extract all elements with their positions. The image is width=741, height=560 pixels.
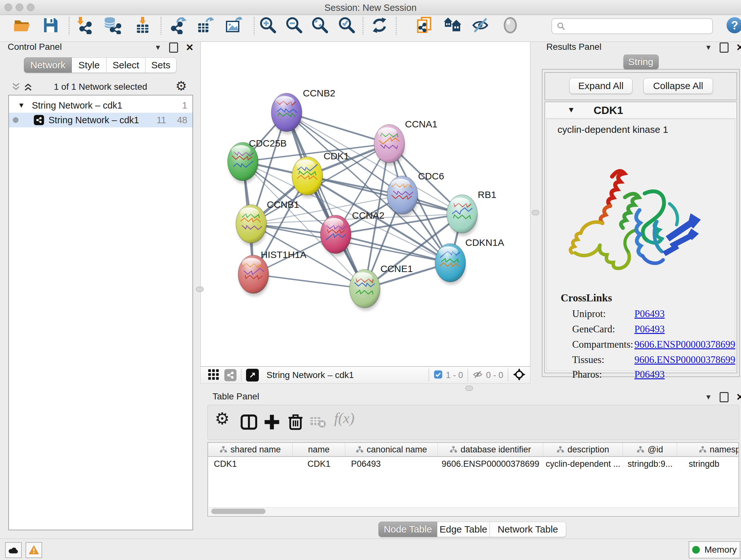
column-header[interactable]: description — [543, 443, 623, 456]
export-network-icon[interactable] — [169, 16, 187, 34]
refresh-icon[interactable] — [370, 16, 388, 34]
entry-expander-icon[interactable]: ▼ — [567, 105, 575, 114]
cloud-status-button[interactable] — [5, 542, 22, 558]
column-header[interactable]: name — [293, 443, 345, 456]
tab-edge-table[interactable]: Edge Table — [437, 522, 490, 537]
panel-float-icon[interactable] — [720, 392, 729, 402]
scrollbar-thumb[interactable] — [211, 509, 266, 514]
panel-close-icon[interactable]: ✕ — [186, 44, 194, 52]
right-splitter-handle[interactable] — [532, 210, 539, 215]
column-header[interactable]: database identifier — [438, 443, 543, 456]
tab-style[interactable]: Style — [72, 57, 107, 73]
selected-checkbox-icon[interactable] — [434, 370, 443, 380]
protein-structure-image — [564, 146, 704, 274]
network-edge-HIST1H1A-CCNE1[interactable] — [253, 274, 365, 289]
panel-collapse-icon[interactable]: ▼ — [154, 44, 161, 51]
hidden-eye-icon[interactable] — [473, 369, 483, 381]
panel-collapse-icon[interactable]: ▼ — [705, 394, 712, 401]
tab-select[interactable]: Select — [107, 57, 145, 73]
column-header[interactable]: shared name — [208, 443, 293, 456]
share-document-icon[interactable] — [415, 16, 433, 34]
tab-string[interactable]: String — [623, 55, 659, 69]
tissues-link[interactable]: 9606.ENSP00000378699 — [634, 354, 735, 366]
left-splitter-handle[interactable] — [196, 287, 204, 292]
tab-node-table[interactable]: Node Table — [379, 522, 437, 537]
hide-graphics-details-icon[interactable] — [471, 16, 489, 34]
warning-icon — [29, 545, 39, 555]
zoom-fit-icon[interactable] — [311, 16, 329, 34]
results-entry-box: ▼ CDK1 cyclin-dependent kinase 1 — [544, 102, 737, 373]
string-home-icon[interactable] — [444, 16, 461, 34]
genecard-link[interactable]: P06493 — [634, 323, 665, 335]
column-header[interactable]: @id — [623, 443, 677, 456]
view-grid-icon[interactable] — [208, 369, 219, 381]
collapse-all-button[interactable]: Collapse All — [643, 78, 713, 94]
expand-all-button[interactable]: Expand All — [569, 78, 632, 94]
crosslink-label: Uniprot: — [572, 308, 606, 320]
help-icon[interactable]: ? — [726, 16, 741, 34]
export-image-icon[interactable] — [225, 16, 243, 34]
open-session-icon[interactable] — [13, 16, 30, 34]
table-settings-gear-icon[interactable]: ⚙ — [215, 409, 234, 428]
network-share-icon[interactable] — [224, 369, 237, 381]
import-table-icon[interactable] — [134, 16, 151, 34]
compartments-link[interactable]: 9606.ENSP00000378699 — [634, 339, 735, 350]
bottom-splitter-handle[interactable] — [465, 386, 473, 391]
save-session-icon[interactable] — [42, 16, 59, 34]
memory-button[interactable]: Memory — [689, 541, 740, 558]
column-header[interactable]: namespace — [677, 443, 739, 456]
show-graphics-details-icon[interactable] — [501, 16, 519, 34]
network-canvas[interactable]: CCNB2CCNA1CDC25BCDK1CDC6RB1CCNB1CCNA2CDK… — [200, 42, 530, 367]
export-table-icon[interactable] — [196, 16, 214, 34]
delete-column-trash-icon[interactable] — [286, 413, 306, 432]
tree-expander-icon[interactable]: ▼ — [18, 101, 25, 110]
import-network-file-icon[interactable] — [75, 16, 93, 34]
status-bar: Memory — [0, 539, 741, 560]
expand-all-networks-icon[interactable] — [23, 81, 33, 94]
tab-sets[interactable]: Sets — [145, 57, 177, 73]
collapse-all-networks-icon[interactable] — [11, 81, 21, 94]
network-collection-row[interactable]: ▼ String Network – cdk1 1 — [9, 98, 192, 113]
table-row[interactable]: CDK1 CDK1 P06493 9606.ENSP00000378699 cy… — [208, 457, 739, 471]
zoom-out-icon[interactable] — [285, 16, 303, 34]
node-label-HIST1H1A: HIST1H1A — [261, 249, 307, 260]
panel-float-icon[interactable] — [169, 43, 178, 53]
column-mapping-icon — [636, 446, 644, 453]
zoom-selected-icon[interactable] — [338, 16, 356, 34]
network-selected-status: 1 of 1 Network selected — [38, 82, 163, 92]
network-row-selected[interactable]: String Network – cdk1 11 48 — [9, 113, 192, 127]
warning-status-button[interactable] — [25, 542, 42, 558]
entry-header-row[interactable]: ▼ CDK1 — [545, 102, 737, 118]
search-input[interactable] — [569, 21, 712, 32]
footer-separator — [428, 369, 429, 381]
node-label-CDKN1A: CDKN1A — [465, 237, 504, 248]
node-table[interactable]: shared name name canonical name database… — [207, 442, 739, 516]
zoom-in-icon[interactable] — [259, 16, 277, 34]
network-options-gear-icon[interactable]: ⚙ — [176, 78, 187, 93]
import-network-database-icon[interactable] — [104, 16, 121, 34]
network-edge-CDK1-RB1[interactable] — [307, 176, 462, 214]
network-tree: ▼ String Network – cdk1 1 String Network… — [8, 95, 193, 530]
create-column-icon[interactable] — [263, 413, 282, 432]
panel-float-icon[interactable] — [720, 43, 729, 53]
column-header[interactable]: canonical name — [345, 443, 438, 456]
panel-close-icon[interactable]: ✕ — [736, 44, 741, 52]
table-header-row: shared name name canonical name database… — [208, 443, 739, 457]
tab-network[interactable]: Network — [24, 57, 72, 73]
search-icon — [556, 22, 565, 30]
panel-close-icon[interactable]: ✕ — [736, 393, 741, 401]
tab-network-table[interactable]: Network Table — [490, 522, 566, 537]
pharos-link[interactable]: P06493 — [634, 369, 665, 380]
uniprot-link[interactable]: P06493 — [634, 308, 665, 320]
birds-eye-view-icon[interactable] — [513, 368, 526, 382]
panel-collapse-icon[interactable]: ▼ — [705, 44, 712, 51]
crosslink-label: GeneCard: — [572, 323, 615, 335]
network-view-footer: String Network – cdk1 1 - 0 0 - 0 — [200, 367, 530, 384]
table-horizontal-scrollbar[interactable] — [209, 507, 738, 515]
function-builder-icon-disabled: f(x) — [334, 410, 354, 429]
open-in-window-icon[interactable] — [246, 369, 259, 381]
crosslink-label: Compartments: — [572, 339, 633, 350]
show-columns-icon[interactable] — [240, 413, 259, 432]
collection-count: 1 — [182, 100, 187, 111]
node-label-CDK1: CDK1 — [324, 151, 349, 161]
